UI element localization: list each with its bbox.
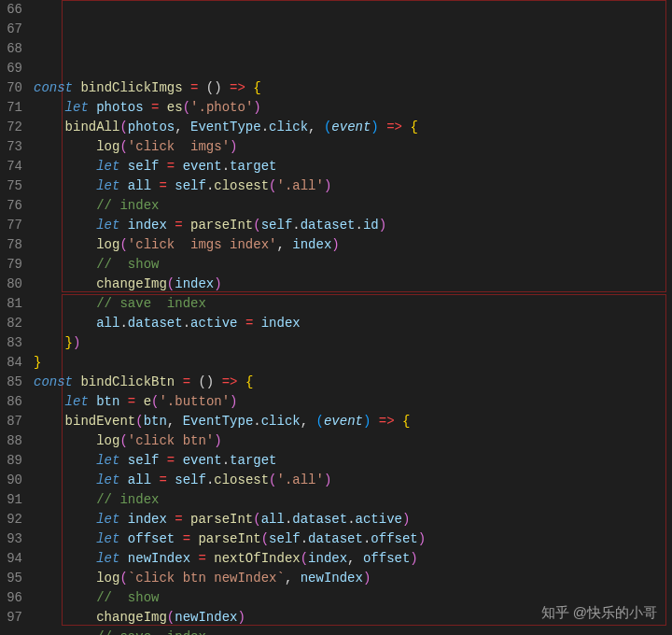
line-number-gutter: 6667686970717273747576777879808182838485… — [0, 0, 28, 635]
code-line[interactable]: log('click btn') — [28, 431, 672, 451]
token-punct — [34, 296, 96, 311]
token-fn-call: changeImg — [96, 276, 167, 291]
code-line[interactable]: // index — [28, 196, 672, 216]
token-var: index — [128, 512, 167, 527]
token-punct — [159, 159, 166, 174]
code-area[interactable]: const bindClickImgs = () => { let photos… — [28, 0, 672, 635]
token-fn-call: e — [144, 394, 151, 409]
token-fn-name: bindClickImgs — [80, 80, 182, 95]
code-line[interactable]: // show — [28, 588, 672, 608]
token-str: 'click imgs' — [128, 139, 230, 154]
token-curly: { — [245, 374, 253, 389]
token-paren: ( — [269, 473, 276, 487]
token-punct: . — [183, 316, 190, 331]
code-line[interactable]: } — [28, 353, 672, 373]
code-line[interactable]: changeImg(newIndex) — [28, 608, 672, 628]
line-number: 91 — [4, 490, 22, 510]
token-punct: . — [222, 159, 230, 174]
token-punct — [206, 551, 214, 566]
code-line[interactable]: // index — [28, 490, 672, 510]
token-var: self — [175, 473, 206, 487]
token-punct — [167, 178, 175, 193]
token-punct — [34, 590, 96, 605]
token-paren: ( — [253, 512, 260, 527]
code-line[interactable]: bindAll(photos, EventType.click, (event)… — [28, 118, 672, 137]
code-line[interactable]: changeImg(index) — [28, 275, 672, 294]
token-var: index — [308, 551, 347, 566]
code-line[interactable]: let index = parseInt(all.dataset.active) — [28, 510, 672, 529]
token-op: = — [183, 531, 190, 546]
token-paren: ) — [379, 218, 386, 233]
token-var: self — [269, 531, 301, 546]
code-line[interactable]: bindEvent(btn, EventType.click, (event) … — [28, 412, 672, 431]
token-param: event — [331, 120, 371, 134]
token-var: btn — [144, 414, 167, 429]
line-number: 74 — [4, 157, 22, 176]
token-punct: . — [292, 218, 300, 233]
token-paren: ( — [119, 139, 127, 154]
token-cmt: // show — [96, 257, 159, 272]
token-op: = — [167, 159, 175, 174]
code-line[interactable]: // save index — [28, 294, 672, 314]
line-number: 87 — [4, 412, 22, 431]
token-punct — [379, 120, 386, 134]
code-line[interactable]: all.dataset.active = index — [28, 314, 672, 333]
code-line[interactable]: const bindClickBtn = () => { — [28, 373, 672, 392]
code-line[interactable]: // save index — [28, 628, 672, 635]
token-enum: EventType — [190, 120, 261, 134]
token-var: self — [128, 159, 160, 174]
token-op: = — [167, 453, 175, 468]
code-line[interactable]: const bindClickImgs = () => { — [28, 78, 672, 98]
token-paren: ) — [230, 139, 237, 154]
token-op: = — [159, 178, 166, 193]
code-line[interactable]: // show — [28, 255, 672, 275]
token-var: newIndex — [301, 571, 363, 586]
token-enum: EventType — [183, 414, 254, 429]
token-kw-const: const — [34, 80, 80, 95]
code-line[interactable]: log('click imgs') — [28, 137, 672, 157]
line-number: 81 — [4, 294, 22, 314]
token-op: = — [175, 218, 182, 233]
token-var: all — [96, 316, 119, 331]
code-line[interactable]: }) — [28, 333, 672, 353]
line-number: 80 — [4, 275, 22, 294]
token-var: event — [183, 453, 222, 468]
token-prop: click — [269, 120, 308, 134]
line-number: 70 — [4, 78, 22, 98]
token-kw-let: let — [96, 551, 128, 566]
code-line[interactable]: log(`click btn newIndex`, newIndex) — [28, 569, 672, 588]
line-number: 89 — [4, 451, 22, 471]
token-punct: . — [253, 414, 260, 429]
code-line[interactable]: let offset = parseInt(self.dataset.offse… — [28, 529, 672, 549]
code-line[interactable]: let btn = e('.button') — [28, 392, 672, 412]
code-line[interactable]: let all = self.closest('.all') — [28, 471, 672, 490]
token-kw-let: let — [96, 531, 128, 546]
token-prop: dataset — [128, 316, 183, 331]
token-punct — [34, 610, 96, 625]
token-punct: . — [347, 512, 355, 527]
code-line[interactable]: let photos = es('.photo') — [28, 98, 672, 118]
token-curly: { — [410, 120, 417, 134]
token-op: = — [183, 374, 190, 389]
token-prop: target — [230, 453, 276, 468]
token-paren: ( — [253, 218, 260, 233]
token-paren: ) — [214, 433, 221, 448]
code-line[interactable]: let index = parseInt(self.dataset.id) — [28, 216, 672, 235]
token-paren: ) — [410, 551, 417, 566]
token-str: 'click btn' — [128, 433, 214, 448]
token-punct — [371, 414, 378, 429]
code-line[interactable]: let self = event.target — [28, 157, 672, 176]
line-number: 97 — [4, 608, 22, 628]
token-curly: } — [65, 335, 73, 350]
token-kw-let: let — [96, 473, 128, 487]
code-line[interactable]: let all = self.closest('.all') — [28, 176, 672, 196]
line-number: 86 — [4, 392, 22, 412]
token-op: = — [198, 551, 205, 566]
code-line[interactable]: let newIndex = nextOfIndex(index, offset… — [28, 549, 672, 569]
token-punct — [144, 100, 151, 115]
code-line[interactable]: log('click imgs index', index) — [28, 235, 672, 255]
code-line[interactable]: let self = event.target — [28, 451, 672, 471]
token-paren: ) — [418, 531, 426, 546]
token-punct — [34, 512, 96, 527]
token-punct — [167, 473, 175, 487]
